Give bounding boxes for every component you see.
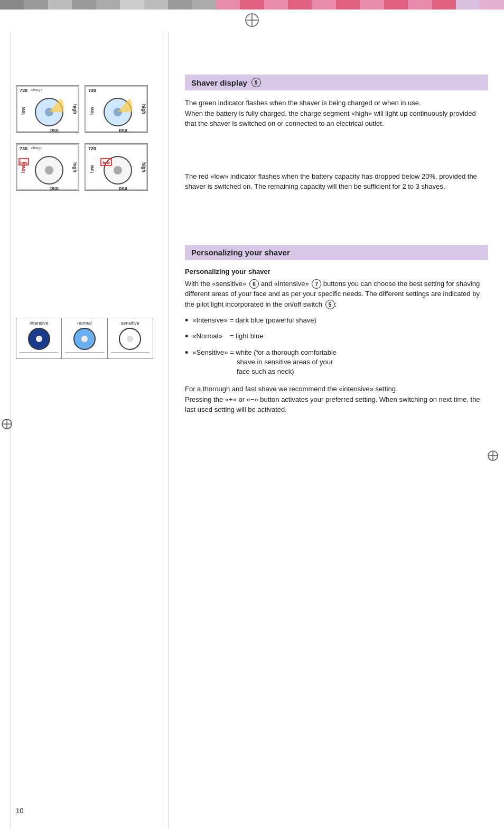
personalize-diagram-area: intensive normal sensitive xyxy=(16,318,163,359)
bar-seg-13 xyxy=(288,0,312,10)
svg-text:low: low xyxy=(21,164,26,173)
personalizing-bullets: • «Intensive» = dark blue (powerful shav… xyxy=(185,316,488,376)
right-margin-line xyxy=(163,32,163,829)
normal-label: normal xyxy=(65,320,104,326)
personalizing-subheading: Personalizing your shaver xyxy=(185,268,488,275)
svg-point-28 xyxy=(114,166,122,174)
diagram-row-bottom: 730 charge low low high mid xyxy=(16,143,163,191)
bar-seg-8 xyxy=(168,0,192,10)
intensive-label: intensive xyxy=(20,320,58,326)
intensive-dot xyxy=(36,336,42,342)
personalizing-closing: For a thorough and fast shave we recomme… xyxy=(185,384,488,415)
shaver-display-para2: The red «low» indicator flashes when the… xyxy=(185,171,488,192)
normal-bottom-line xyxy=(65,352,104,356)
circle-6: 6 xyxy=(249,279,259,289)
personalize-cell-sensitive: sensitive xyxy=(108,318,153,358)
sensitive-label: sensitive xyxy=(111,320,150,326)
shaver-display-title: Shaver display xyxy=(191,78,247,87)
charge-label-1: charge xyxy=(31,88,42,91)
bar-seg-20 xyxy=(456,0,480,10)
shaver-box-730-charged: 730 charge low high mid xyxy=(16,85,79,133)
svg-text:low: low xyxy=(20,160,27,165)
normal-circle xyxy=(73,328,96,350)
sensitive-bottom-line xyxy=(111,352,150,356)
bar-seg-5 xyxy=(96,0,120,10)
bullet-normal: • «Normal» = light blue xyxy=(185,331,488,341)
page-number: 10 xyxy=(16,807,23,815)
sensitive-circle xyxy=(119,328,141,350)
right-column: Shaver display 9 The green indicator fla… xyxy=(169,32,504,829)
model-720-low-label: 720 xyxy=(88,146,96,151)
bar-seg-14 xyxy=(312,0,335,10)
top-compass xyxy=(0,13,504,29)
bar-seg-12 xyxy=(264,0,288,10)
circle-5: 5 xyxy=(325,300,335,309)
bar-seg-7 xyxy=(144,0,168,10)
bar-seg-16 xyxy=(360,0,384,10)
svg-text:low: low xyxy=(89,164,95,173)
personalize-cell-normal: normal xyxy=(62,318,107,358)
personalizing-intro: With the «sensitive» 6 and «intensive» 7… xyxy=(185,279,488,310)
personalize-cell-intensive: intensive xyxy=(16,318,62,358)
diagram-group-low: 730 charge low low high mid xyxy=(16,143,163,191)
intensive-circle xyxy=(28,328,50,350)
bar-seg-19 xyxy=(432,0,456,10)
svg-text:high: high xyxy=(72,104,78,114)
svg-text:mid: mid xyxy=(50,128,59,132)
bar-seg-10 xyxy=(216,0,240,10)
svg-text:mid: mid xyxy=(119,186,127,190)
model-720-label: 720 xyxy=(88,88,96,93)
model-730-label: 730 xyxy=(20,88,27,93)
bar-seg-1 xyxy=(0,0,24,10)
personalize-row: intensive normal sensitive xyxy=(16,318,153,359)
bullet-normal-text: «Normal» = light blue xyxy=(192,331,263,341)
shaver-display-header: Shaver display 9 xyxy=(185,75,488,90)
bar-seg-15 xyxy=(336,0,360,10)
charge-label-2: charge xyxy=(31,146,42,150)
svg-point-22 xyxy=(45,166,53,174)
personalizing-header: Personalizing your shaver xyxy=(185,245,488,260)
normal-dot xyxy=(81,336,88,342)
bullet-intensive: • «Intensive» = dark blue (powerful shav… xyxy=(185,316,488,325)
personalizing-title: Personalizing your shaver xyxy=(191,248,290,257)
bullet-sensitive: • «Sensitive» = white (for a thorough co… xyxy=(185,348,488,377)
circle-7: 7 xyxy=(312,279,321,289)
bar-seg-17 xyxy=(384,0,408,10)
right-crosshair-symbol xyxy=(487,450,499,463)
diagram-row-top: 730 charge low high mid xyxy=(16,85,163,133)
bar-seg-9 xyxy=(192,0,216,10)
svg-text:high: high xyxy=(141,162,146,172)
intensive-bottom-line xyxy=(20,352,58,356)
left-column: 730 charge low high mid xyxy=(0,32,169,829)
svg-text:low: low xyxy=(102,160,110,165)
bar-seg-3 xyxy=(48,0,72,10)
bar-seg-11 xyxy=(240,0,264,10)
svg-text:mid: mid xyxy=(50,186,59,190)
shaver-box-720-charged: 720 low high mid xyxy=(85,85,148,133)
bar-seg-18 xyxy=(408,0,432,10)
bar-seg-4 xyxy=(72,0,96,10)
personalizing-section: Personalizing your shaver Personalizing … xyxy=(185,245,488,415)
shaver-box-730-low: 730 charge low low high mid xyxy=(16,143,79,191)
bullet-intensive-text: «Intensive» = dark blue (powerful shave) xyxy=(192,316,316,325)
shaver-box-720-low: 720 low low high mid xyxy=(85,143,148,191)
svg-text:low: low xyxy=(21,106,26,115)
shaver-display-para1: The green indicator flashes when the sha… xyxy=(185,98,488,129)
section-circle-9: 9 xyxy=(251,78,261,87)
svg-text:mid: mid xyxy=(119,128,127,132)
bar-seg-2 xyxy=(24,0,48,10)
sensitive-dot xyxy=(127,336,133,342)
bullet-sensitive-text: «Sensitive» = white (for a thorough comf… xyxy=(192,348,337,377)
top-color-bar xyxy=(0,0,504,10)
svg-text:high: high xyxy=(141,104,146,114)
left-crosshair-symbol xyxy=(1,418,13,431)
diagram-group-charged: 730 charge low high mid xyxy=(16,85,163,133)
model-730-low-label: 730 xyxy=(20,146,27,151)
svg-text:low: low xyxy=(89,106,95,115)
bar-seg-6 xyxy=(120,0,144,10)
svg-text:high: high xyxy=(72,162,78,172)
bar-seg-21 xyxy=(480,0,503,10)
